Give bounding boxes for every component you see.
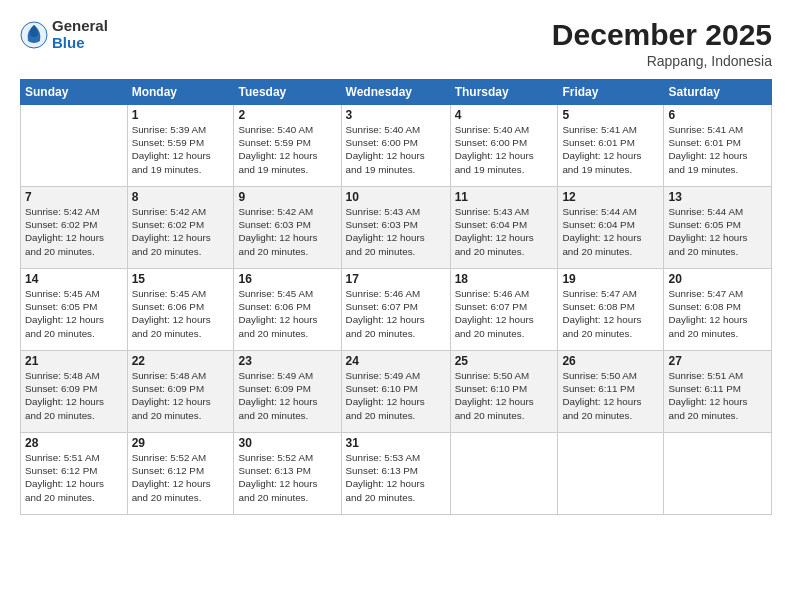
day-detail: Sunrise: 5:46 AMSunset: 6:07 PMDaylight:… [455, 287, 554, 340]
day-number: 4 [455, 108, 554, 122]
day-cell: 18Sunrise: 5:46 AMSunset: 6:07 PMDayligh… [450, 269, 558, 351]
calendar-table: Sunday Monday Tuesday Wednesday Thursday… [20, 79, 772, 515]
day-detail: Sunrise: 5:43 AMSunset: 6:04 PMDaylight:… [455, 205, 554, 258]
col-wednesday: Wednesday [341, 80, 450, 105]
day-number: 29 [132, 436, 230, 450]
day-detail: Sunrise: 5:52 AMSunset: 6:12 PMDaylight:… [132, 451, 230, 504]
day-detail: Sunrise: 5:45 AMSunset: 6:06 PMDaylight:… [238, 287, 336, 340]
day-detail: Sunrise: 5:40 AMSunset: 6:00 PMDaylight:… [346, 123, 446, 176]
day-number: 13 [668, 190, 767, 204]
day-detail: Sunrise: 5:51 AMSunset: 6:12 PMDaylight:… [25, 451, 123, 504]
day-cell: 6Sunrise: 5:41 AMSunset: 6:01 PMDaylight… [664, 105, 772, 187]
day-cell: 25Sunrise: 5:50 AMSunset: 6:10 PMDayligh… [450, 351, 558, 433]
day-cell [664, 433, 772, 515]
day-number: 10 [346, 190, 446, 204]
day-cell: 31Sunrise: 5:53 AMSunset: 6:13 PMDayligh… [341, 433, 450, 515]
day-number: 5 [562, 108, 659, 122]
day-cell [558, 433, 664, 515]
day-detail: Sunrise: 5:42 AMSunset: 6:02 PMDaylight:… [25, 205, 123, 258]
day-cell [450, 433, 558, 515]
day-number: 20 [668, 272, 767, 286]
day-cell: 5Sunrise: 5:41 AMSunset: 6:01 PMDaylight… [558, 105, 664, 187]
day-number: 8 [132, 190, 230, 204]
day-number: 27 [668, 354, 767, 368]
day-number: 9 [238, 190, 336, 204]
day-cell: 21Sunrise: 5:48 AMSunset: 6:09 PMDayligh… [21, 351, 128, 433]
day-number: 19 [562, 272, 659, 286]
day-number: 18 [455, 272, 554, 286]
day-detail: Sunrise: 5:39 AMSunset: 5:59 PMDaylight:… [132, 123, 230, 176]
day-detail: Sunrise: 5:45 AMSunset: 6:06 PMDaylight:… [132, 287, 230, 340]
day-detail: Sunrise: 5:50 AMSunset: 6:10 PMDaylight:… [455, 369, 554, 422]
day-cell: 28Sunrise: 5:51 AMSunset: 6:12 PMDayligh… [21, 433, 128, 515]
month-title: December 2025 [552, 18, 772, 51]
day-detail: Sunrise: 5:49 AMSunset: 6:10 PMDaylight:… [346, 369, 446, 422]
week-row-2: 7Sunrise: 5:42 AMSunset: 6:02 PMDaylight… [21, 187, 772, 269]
day-number: 7 [25, 190, 123, 204]
day-number: 30 [238, 436, 336, 450]
day-cell: 12Sunrise: 5:44 AMSunset: 6:04 PMDayligh… [558, 187, 664, 269]
day-detail: Sunrise: 5:42 AMSunset: 6:02 PMDaylight:… [132, 205, 230, 258]
day-cell: 9Sunrise: 5:42 AMSunset: 6:03 PMDaylight… [234, 187, 341, 269]
day-cell: 16Sunrise: 5:45 AMSunset: 6:06 PMDayligh… [234, 269, 341, 351]
col-monday: Monday [127, 80, 234, 105]
day-number: 17 [346, 272, 446, 286]
day-number: 1 [132, 108, 230, 122]
day-cell: 3Sunrise: 5:40 AMSunset: 6:00 PMDaylight… [341, 105, 450, 187]
col-saturday: Saturday [664, 80, 772, 105]
day-cell [21, 105, 128, 187]
day-detail: Sunrise: 5:52 AMSunset: 6:13 PMDaylight:… [238, 451, 336, 504]
logo: General Blue [20, 18, 108, 51]
day-number: 3 [346, 108, 446, 122]
day-cell: 8Sunrise: 5:42 AMSunset: 6:02 PMDaylight… [127, 187, 234, 269]
day-number: 14 [25, 272, 123, 286]
day-cell: 26Sunrise: 5:50 AMSunset: 6:11 PMDayligh… [558, 351, 664, 433]
col-friday: Friday [558, 80, 664, 105]
day-number: 15 [132, 272, 230, 286]
day-detail: Sunrise: 5:49 AMSunset: 6:09 PMDaylight:… [238, 369, 336, 422]
day-cell: 29Sunrise: 5:52 AMSunset: 6:12 PMDayligh… [127, 433, 234, 515]
day-detail: Sunrise: 5:45 AMSunset: 6:05 PMDaylight:… [25, 287, 123, 340]
calendar-header-row: Sunday Monday Tuesday Wednesday Thursday… [21, 80, 772, 105]
day-detail: Sunrise: 5:40 AMSunset: 5:59 PMDaylight:… [238, 123, 336, 176]
day-number: 22 [132, 354, 230, 368]
day-number: 25 [455, 354, 554, 368]
col-thursday: Thursday [450, 80, 558, 105]
day-detail: Sunrise: 5:48 AMSunset: 6:09 PMDaylight:… [132, 369, 230, 422]
location: Rappang, Indonesia [552, 53, 772, 69]
day-cell: 15Sunrise: 5:45 AMSunset: 6:06 PMDayligh… [127, 269, 234, 351]
day-cell: 7Sunrise: 5:42 AMSunset: 6:02 PMDaylight… [21, 187, 128, 269]
day-cell: 23Sunrise: 5:49 AMSunset: 6:09 PMDayligh… [234, 351, 341, 433]
day-detail: Sunrise: 5:48 AMSunset: 6:09 PMDaylight:… [25, 369, 123, 422]
col-tuesday: Tuesday [234, 80, 341, 105]
day-cell: 27Sunrise: 5:51 AMSunset: 6:11 PMDayligh… [664, 351, 772, 433]
header: General Blue December 2025 Rappang, Indo… [20, 18, 772, 69]
day-detail: Sunrise: 5:44 AMSunset: 6:04 PMDaylight:… [562, 205, 659, 258]
day-cell: 13Sunrise: 5:44 AMSunset: 6:05 PMDayligh… [664, 187, 772, 269]
day-detail: Sunrise: 5:41 AMSunset: 6:01 PMDaylight:… [668, 123, 767, 176]
day-detail: Sunrise: 5:47 AMSunset: 6:08 PMDaylight:… [668, 287, 767, 340]
day-number: 24 [346, 354, 446, 368]
day-number: 11 [455, 190, 554, 204]
day-cell: 4Sunrise: 5:40 AMSunset: 6:00 PMDaylight… [450, 105, 558, 187]
day-cell: 22Sunrise: 5:48 AMSunset: 6:09 PMDayligh… [127, 351, 234, 433]
day-number: 2 [238, 108, 336, 122]
day-detail: Sunrise: 5:41 AMSunset: 6:01 PMDaylight:… [562, 123, 659, 176]
day-number: 12 [562, 190, 659, 204]
day-number: 23 [238, 354, 336, 368]
week-row-4: 21Sunrise: 5:48 AMSunset: 6:09 PMDayligh… [21, 351, 772, 433]
day-cell: 19Sunrise: 5:47 AMSunset: 6:08 PMDayligh… [558, 269, 664, 351]
day-number: 16 [238, 272, 336, 286]
day-detail: Sunrise: 5:53 AMSunset: 6:13 PMDaylight:… [346, 451, 446, 504]
day-number: 31 [346, 436, 446, 450]
day-detail: Sunrise: 5:40 AMSunset: 6:00 PMDaylight:… [455, 123, 554, 176]
col-sunday: Sunday [21, 80, 128, 105]
logo-icon [20, 21, 48, 49]
day-number: 28 [25, 436, 123, 450]
logo-text: General Blue [52, 18, 108, 51]
logo-blue: Blue [52, 35, 108, 52]
day-detail: Sunrise: 5:50 AMSunset: 6:11 PMDaylight:… [562, 369, 659, 422]
day-detail: Sunrise: 5:43 AMSunset: 6:03 PMDaylight:… [346, 205, 446, 258]
week-row-5: 28Sunrise: 5:51 AMSunset: 6:12 PMDayligh… [21, 433, 772, 515]
day-cell: 11Sunrise: 5:43 AMSunset: 6:04 PMDayligh… [450, 187, 558, 269]
